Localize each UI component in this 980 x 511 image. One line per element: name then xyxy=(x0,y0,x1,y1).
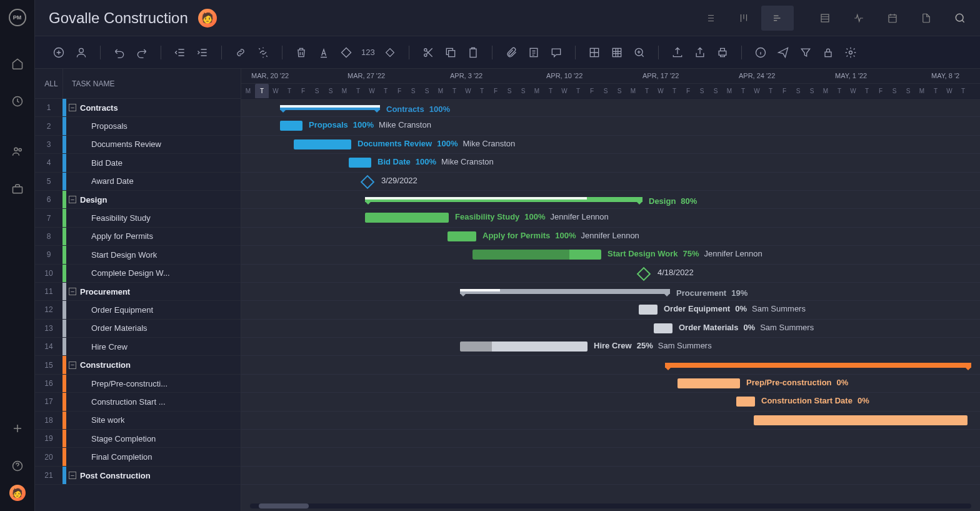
col-header-all[interactable]: ALL xyxy=(35,79,62,88)
gantt-task-bar[interactable]: Proposals100%Mike Cranston xyxy=(280,121,302,131)
team-icon[interactable] xyxy=(10,144,25,159)
add-task-icon[interactable] xyxy=(49,43,69,63)
info-icon[interactable] xyxy=(751,43,771,63)
gantt-summary-bar[interactable]: Design80% xyxy=(365,197,642,202)
columns-icon[interactable] xyxy=(584,43,604,63)
unlink-icon[interactable] xyxy=(253,43,273,63)
task-row[interactable]: 11 −Procurement xyxy=(35,283,241,301)
cut-icon[interactable] xyxy=(418,43,438,63)
task-row[interactable]: 18 Site work xyxy=(35,412,241,430)
comment-icon[interactable] xyxy=(546,43,566,63)
user-avatar[interactable]: 🧑 xyxy=(9,485,26,501)
lock-icon[interactable] xyxy=(818,43,838,63)
search-icon[interactable] xyxy=(954,12,966,24)
scrollbar-thumb[interactable] xyxy=(259,503,309,508)
gantt-task-bar[interactable]: Hire Crew25%Sam Summers xyxy=(460,342,588,352)
copy-icon[interactable] xyxy=(441,43,461,63)
percent-text[interactable]: 123 xyxy=(359,48,378,57)
view-list-icon[interactable] xyxy=(694,6,726,31)
undo-icon[interactable] xyxy=(109,43,129,63)
collapse-icon[interactable]: − xyxy=(69,362,76,369)
export-icon[interactable] xyxy=(668,43,688,63)
task-row[interactable]: 3 Documents Review xyxy=(35,136,241,154)
filter-icon[interactable] xyxy=(796,43,816,63)
assign-icon[interactable] xyxy=(71,43,91,63)
app-logo[interactable]: PM xyxy=(9,9,26,26)
view-gantt-icon[interactable] xyxy=(761,6,794,31)
view-activity-icon[interactable] xyxy=(842,6,875,31)
tag-icon[interactable] xyxy=(336,43,356,63)
gantt-task-bar[interactable]: Bid Date100%Mike Cranston xyxy=(349,158,371,168)
gantt-task-bar[interactable]: Feasibility Study100%Jennifer Lennon xyxy=(365,213,449,223)
horizontal-scrollbar[interactable] xyxy=(250,503,971,508)
view-sheet-icon[interactable] xyxy=(809,6,841,31)
day-cell: T xyxy=(736,84,750,99)
indent-icon[interactable] xyxy=(192,43,212,63)
gantt-task-bar[interactable]: Prep/Pre-construction0% xyxy=(678,378,740,388)
settings-icon[interactable] xyxy=(841,43,861,63)
notes-icon[interactable] xyxy=(524,43,544,63)
collapse-icon[interactable]: − xyxy=(69,472,76,479)
task-row[interactable]: 13 Order Materials xyxy=(35,320,241,338)
project-avatar[interactable]: 🧑 xyxy=(198,9,217,28)
view-board-icon[interactable] xyxy=(728,6,760,31)
view-file-icon[interactable] xyxy=(910,6,942,31)
home-icon[interactable] xyxy=(10,56,25,71)
outdent-icon[interactable] xyxy=(170,43,190,63)
task-row[interactable]: 20 Final Completion xyxy=(35,448,241,466)
gantt-summary-bar[interactable]: Contracts100% xyxy=(280,105,380,110)
add-icon[interactable] xyxy=(10,421,25,436)
task-number: 21 xyxy=(35,471,62,480)
gantt-task-bar[interactable]: Order Equipment0%Sam Summers xyxy=(639,305,658,315)
task-row[interactable]: 21 −Post Construction xyxy=(35,467,241,485)
gantt-task-bar[interactable]: Start Design Work75%Jennifer Lennon xyxy=(472,250,601,260)
task-row[interactable]: 2 Proposals xyxy=(35,117,241,135)
briefcase-icon[interactable] xyxy=(10,181,25,196)
help-icon[interactable] xyxy=(10,458,25,473)
collapse-icon[interactable]: − xyxy=(69,104,76,111)
gantt-body[interactable]: Contracts100%Proposals100%Mike CranstonD… xyxy=(241,99,980,511)
task-row[interactable]: 17 Construction Start ... xyxy=(35,393,241,411)
task-row[interactable]: 7 Feasibility Study xyxy=(35,209,241,227)
text-format-icon[interactable] xyxy=(314,43,334,63)
task-row[interactable]: 19 Stage Completion xyxy=(35,430,241,448)
task-row[interactable]: 1 −Contracts xyxy=(35,99,241,117)
task-row[interactable]: 16 Prep/Pre-constructi... xyxy=(35,375,241,393)
day-cell: W xyxy=(461,84,475,99)
recent-icon[interactable] xyxy=(10,94,25,109)
gantt-task-bar[interactable]: Order Materials0%Sam Summers xyxy=(654,323,672,333)
task-row[interactable]: 4 Bid Date xyxy=(35,154,241,172)
grid-icon[interactable] xyxy=(607,43,627,63)
gantt-task-bar[interactable]: Documents Review100%Mike Cranston xyxy=(294,139,351,149)
gantt-bar-label: Bid Date100%Mike Cranston xyxy=(378,156,494,168)
zoom-icon[interactable] xyxy=(629,43,649,63)
collapse-icon[interactable]: − xyxy=(69,196,76,203)
task-row[interactable]: 5 Award Date xyxy=(35,173,241,191)
send-icon[interactable] xyxy=(773,43,793,63)
delete-icon[interactable] xyxy=(291,43,311,63)
col-header-name[interactable]: TASK NAME xyxy=(63,79,241,88)
milestone-icon[interactable] xyxy=(380,43,400,63)
task-row[interactable]: 15 −Construction xyxy=(35,356,241,374)
redo-icon[interactable] xyxy=(132,43,152,63)
gantt-summary-bar[interactable] xyxy=(665,363,971,368)
attachment-icon[interactable] xyxy=(501,43,521,63)
paste-icon[interactable] xyxy=(463,43,483,63)
task-row[interactable]: 8 Apply for Permits xyxy=(35,228,241,246)
task-row[interactable]: 6 −Design xyxy=(35,191,241,209)
task-row[interactable]: 14 Hire Crew xyxy=(35,338,241,356)
task-row[interactable]: 9 Start Design Work xyxy=(35,246,241,264)
share-icon[interactable] xyxy=(690,43,710,63)
gantt-task-bar[interactable]: Construction Start Date0% xyxy=(736,397,755,407)
view-calendar-icon[interactable] xyxy=(876,6,909,31)
gantt-task-bar[interactable] xyxy=(754,415,968,425)
link-icon[interactable] xyxy=(231,43,251,63)
collapse-icon[interactable]: − xyxy=(69,288,76,295)
print-icon[interactable] xyxy=(712,43,732,63)
gantt-summary-bar[interactable]: Procurement19% xyxy=(460,289,670,294)
day-cell: M xyxy=(530,84,544,99)
task-row[interactable]: 12 Order Equipment xyxy=(35,301,241,319)
gantt-task-bar[interactable]: Apply for Permits100%Jennifer Lennon xyxy=(448,231,476,241)
task-row[interactable]: 10 Complete Design W... xyxy=(35,265,241,283)
week-label: MAR, 27 '22 xyxy=(348,72,385,79)
